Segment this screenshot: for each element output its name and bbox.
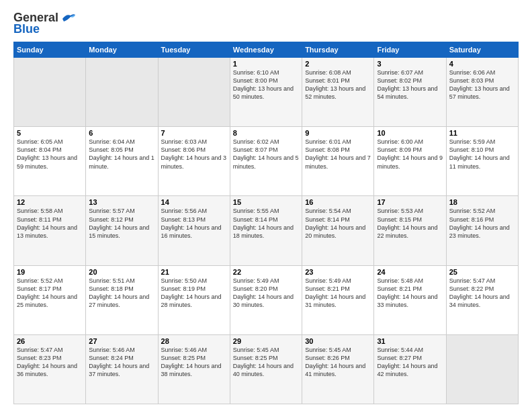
day-number: 19 <box>17 268 83 276</box>
calendar-week-row: 5Sunrise: 6:05 AMSunset: 8:04 PMDaylight… <box>14 127 519 196</box>
day-number: 4 <box>449 60 515 68</box>
day-number: 17 <box>377 198 443 206</box>
day-number: 3 <box>377 60 443 68</box>
logo: General Blue <box>13 11 76 36</box>
calendar-cell: 31Sunrise: 5:44 AMSunset: 8:27 PMDayligh… <box>374 334 446 404</box>
calendar-cell: 26Sunrise: 5:47 AMSunset: 8:23 PMDayligh… <box>14 334 86 404</box>
day-info: Sunrise: 5:51 AMSunset: 8:18 PMDaylight:… <box>89 277 154 310</box>
day-number: 9 <box>305 129 371 137</box>
calendar-cell: 1Sunrise: 6:10 AMSunset: 8:00 PMDaylight… <box>230 58 302 127</box>
day-info: Sunrise: 6:00 AMSunset: 8:09 PMDaylight:… <box>377 138 443 171</box>
calendar-cell: 20Sunrise: 5:51 AMSunset: 8:18 PMDayligh… <box>86 265 158 334</box>
calendar-cell: 2Sunrise: 6:08 AMSunset: 8:01 PMDaylight… <box>302 58 374 127</box>
day-number: 21 <box>161 268 227 276</box>
calendar-header-row: SundayMondayTuesdayWednesdayThursdayFrid… <box>14 42 519 58</box>
calendar-table: SundayMondayTuesdayWednesdayThursdayFrid… <box>13 42 519 404</box>
calendar-cell: 29Sunrise: 5:45 AMSunset: 8:25 PMDayligh… <box>230 334 302 404</box>
calendar-week-row: 26Sunrise: 5:47 AMSunset: 8:23 PMDayligh… <box>14 334 519 404</box>
calendar-cell: 3Sunrise: 6:07 AMSunset: 8:02 PMDaylight… <box>374 58 446 127</box>
day-info: Sunrise: 5:47 AMSunset: 8:22 PMDaylight:… <box>449 277 515 310</box>
calendar-cell: 16Sunrise: 5:54 AMSunset: 8:14 PMDayligh… <box>302 196 374 265</box>
day-number: 23 <box>305 268 371 276</box>
day-number: 30 <box>305 337 371 345</box>
day-info: Sunrise: 5:49 AMSunset: 8:20 PMDaylight:… <box>233 277 299 310</box>
day-number: 15 <box>233 198 299 206</box>
day-number: 14 <box>161 198 227 206</box>
calendar-cell: 12Sunrise: 5:58 AMSunset: 8:11 PMDayligh… <box>14 196 86 265</box>
day-info: Sunrise: 5:45 AMSunset: 8:25 PMDaylight:… <box>233 346 299 379</box>
day-info: Sunrise: 5:48 AMSunset: 8:21 PMDaylight:… <box>377 277 443 310</box>
day-number: 28 <box>161 337 227 345</box>
day-info: Sunrise: 5:54 AMSunset: 8:14 PMDaylight:… <box>305 207 371 240</box>
weekday-header: Wednesday <box>230 42 302 58</box>
calendar-cell <box>446 334 518 404</box>
day-info: Sunrise: 6:07 AMSunset: 8:02 PMDaylight:… <box>377 68 443 101</box>
calendar-week-row: 1Sunrise: 6:10 AMSunset: 8:00 PMDaylight… <box>14 58 519 127</box>
calendar-cell: 13Sunrise: 5:57 AMSunset: 8:12 PMDayligh… <box>86 196 158 265</box>
day-info: Sunrise: 5:50 AMSunset: 8:19 PMDaylight:… <box>161 277 227 310</box>
calendar-cell: 7Sunrise: 6:03 AMSunset: 8:06 PMDaylight… <box>158 127 230 196</box>
day-info: Sunrise: 5:45 AMSunset: 8:26 PMDaylight:… <box>305 346 371 379</box>
calendar-cell <box>14 58 86 127</box>
day-info: Sunrise: 5:52 AMSunset: 8:17 PMDaylight:… <box>17 277 83 310</box>
calendar-cell: 6Sunrise: 6:04 AMSunset: 8:05 PMDaylight… <box>86 127 158 196</box>
page: General Blue SundayMondayTuesdayWednesda… <box>0 0 532 411</box>
day-info: Sunrise: 6:06 AMSunset: 8:03 PMDaylight:… <box>449 68 515 101</box>
day-info: Sunrise: 5:56 AMSunset: 8:13 PMDaylight:… <box>161 207 227 240</box>
day-info: Sunrise: 5:47 AMSunset: 8:23 PMDaylight:… <box>17 346 83 379</box>
day-info: Sunrise: 5:46 AMSunset: 8:25 PMDaylight:… <box>161 346 227 379</box>
day-info: Sunrise: 5:49 AMSunset: 8:21 PMDaylight:… <box>305 277 371 310</box>
day-info: Sunrise: 6:10 AMSunset: 8:00 PMDaylight:… <box>233 68 299 101</box>
day-info: Sunrise: 5:46 AMSunset: 8:24 PMDaylight:… <box>89 346 154 379</box>
weekday-header: Sunday <box>14 42 86 58</box>
calendar-cell: 15Sunrise: 5:55 AMSunset: 8:14 PMDayligh… <box>230 196 302 265</box>
day-info: Sunrise: 5:53 AMSunset: 8:15 PMDaylight:… <box>377 207 443 240</box>
header: General Blue <box>13 11 519 36</box>
calendar-cell: 17Sunrise: 5:53 AMSunset: 8:15 PMDayligh… <box>374 196 446 265</box>
weekday-header: Thursday <box>302 42 374 58</box>
day-number: 1 <box>233 60 299 68</box>
day-info: Sunrise: 6:04 AMSunset: 8:05 PMDaylight:… <box>89 138 154 171</box>
day-number: 7 <box>161 129 227 137</box>
day-number: 25 <box>449 268 515 276</box>
day-number: 2 <box>305 60 371 68</box>
calendar-cell <box>86 58 158 127</box>
day-number: 26 <box>17 337 83 345</box>
day-info: Sunrise: 6:08 AMSunset: 8:01 PMDaylight:… <box>305 68 371 101</box>
day-info: Sunrise: 5:44 AMSunset: 8:27 PMDaylight:… <box>377 346 443 379</box>
day-number: 18 <box>449 198 515 206</box>
logo-bird-icon <box>61 12 76 24</box>
calendar-cell: 11Sunrise: 5:59 AMSunset: 8:10 PMDayligh… <box>446 127 518 196</box>
logo-blue-text: Blue <box>13 22 40 36</box>
day-info: Sunrise: 5:59 AMSunset: 8:10 PMDaylight:… <box>449 138 515 171</box>
weekday-header: Friday <box>374 42 446 58</box>
day-number: 29 <box>233 337 299 345</box>
day-number: 10 <box>377 129 443 137</box>
day-info: Sunrise: 6:05 AMSunset: 8:04 PMDaylight:… <box>17 138 83 171</box>
calendar-week-row: 19Sunrise: 5:52 AMSunset: 8:17 PMDayligh… <box>14 265 519 334</box>
calendar-cell: 10Sunrise: 6:00 AMSunset: 8:09 PMDayligh… <box>374 127 446 196</box>
calendar-cell: 30Sunrise: 5:45 AMSunset: 8:26 PMDayligh… <box>302 334 374 404</box>
day-info: Sunrise: 5:55 AMSunset: 8:14 PMDaylight:… <box>233 207 299 240</box>
calendar-cell: 21Sunrise: 5:50 AMSunset: 8:19 PMDayligh… <box>158 265 230 334</box>
day-info: Sunrise: 6:02 AMSunset: 8:07 PMDaylight:… <box>233 138 299 171</box>
calendar-cell: 5Sunrise: 6:05 AMSunset: 8:04 PMDaylight… <box>14 127 86 196</box>
calendar-cell: 19Sunrise: 5:52 AMSunset: 8:17 PMDayligh… <box>14 265 86 334</box>
calendar-cell: 24Sunrise: 5:48 AMSunset: 8:21 PMDayligh… <box>374 265 446 334</box>
calendar-cell: 25Sunrise: 5:47 AMSunset: 8:22 PMDayligh… <box>446 265 518 334</box>
calendar-cell: 22Sunrise: 5:49 AMSunset: 8:20 PMDayligh… <box>230 265 302 334</box>
day-info: Sunrise: 6:01 AMSunset: 8:08 PMDaylight:… <box>305 138 371 171</box>
day-number: 12 <box>17 198 83 206</box>
day-number: 24 <box>377 268 443 276</box>
calendar-week-row: 12Sunrise: 5:58 AMSunset: 8:11 PMDayligh… <box>14 196 519 265</box>
day-number: 6 <box>89 129 154 137</box>
calendar-cell: 27Sunrise: 5:46 AMSunset: 8:24 PMDayligh… <box>86 334 158 404</box>
day-number: 31 <box>377 337 443 345</box>
calendar-cell: 9Sunrise: 6:01 AMSunset: 8:08 PMDaylight… <box>302 127 374 196</box>
calendar-cell: 4Sunrise: 6:06 AMSunset: 8:03 PMDaylight… <box>446 58 518 127</box>
calendar-cell: 18Sunrise: 5:52 AMSunset: 8:16 PMDayligh… <box>446 196 518 265</box>
calendar-cell: 28Sunrise: 5:46 AMSunset: 8:25 PMDayligh… <box>158 334 230 404</box>
day-number: 22 <box>233 268 299 276</box>
day-info: Sunrise: 5:52 AMSunset: 8:16 PMDaylight:… <box>449 207 515 240</box>
day-number: 27 <box>89 337 154 345</box>
